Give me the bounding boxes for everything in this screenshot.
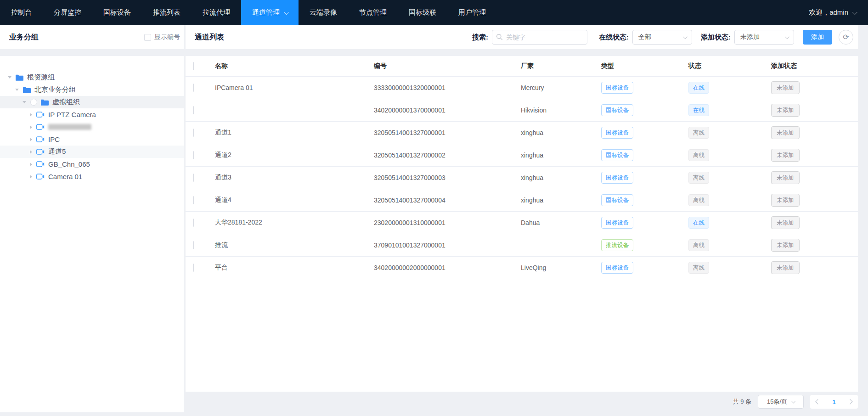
caret-right-icon[interactable] bbox=[30, 125, 32, 129]
tree-item-label: IPC bbox=[48, 135, 60, 143]
status-tag: 在线 bbox=[688, 217, 709, 229]
nav-item-4[interactable]: 拉流代理 bbox=[192, 0, 241, 25]
nav-item-7[interactable]: 节点管理 bbox=[348, 0, 398, 25]
add-status-select[interactable]: 未添加 bbox=[734, 30, 794, 45]
tree-item-0[interactable]: 根资源组 bbox=[0, 71, 184, 84]
nav-item-1[interactable]: 分屏监控 bbox=[43, 0, 92, 25]
camera-icon bbox=[36, 174, 45, 180]
show-number-checkbox[interactable] bbox=[144, 34, 151, 41]
caret-down-icon[interactable] bbox=[8, 76, 11, 79]
row-checkbox[interactable] bbox=[193, 129, 194, 137]
row-checkbox[interactable] bbox=[193, 106, 194, 114]
type-tag: 国标设备 bbox=[601, 127, 633, 139]
previous-page-button[interactable] bbox=[815, 399, 820, 404]
row-checkbox[interactable] bbox=[193, 174, 194, 182]
table-row: 推流37090101001327000001推流设备离线未添加 bbox=[186, 234, 858, 257]
row-checkbox[interactable] bbox=[193, 264, 194, 272]
nav-item-2[interactable]: 国标设备 bbox=[92, 0, 142, 25]
table-row: 34020000001370000001Hikvision国标设备在线未添加 bbox=[186, 99, 858, 122]
nav-item-3[interactable]: 推流列表 bbox=[142, 0, 192, 25]
nav-item-label: 推流列表 bbox=[153, 8, 180, 17]
cell-add-status: 未添加 bbox=[771, 126, 858, 140]
nav-item-9[interactable]: 用户管理 bbox=[447, 0, 497, 25]
tree-item-2[interactable]: 虚拟组织 bbox=[0, 96, 184, 108]
radio-circle[interactable] bbox=[30, 99, 37, 106]
folder-icon bbox=[16, 74, 23, 81]
nav-item-8[interactable]: 国标级联 bbox=[398, 0, 447, 25]
cell-name: IPCamera 01 bbox=[215, 84, 374, 91]
type-tag: 推流设备 bbox=[601, 239, 633, 252]
next-page-button[interactable] bbox=[847, 399, 852, 404]
online-status-select[interactable]: 全部 bbox=[632, 30, 692, 45]
caret-down-icon[interactable] bbox=[23, 101, 26, 103]
cell-vendor: Hikvision bbox=[521, 107, 601, 114]
cell-vendor: Dahua bbox=[521, 219, 601, 226]
tree-item-4[interactable] bbox=[0, 121, 184, 133]
cell-type: 国标设备 bbox=[601, 217, 688, 229]
refresh-button[interactable]: ⟳ bbox=[839, 30, 853, 45]
status-tag: 离线 bbox=[688, 149, 709, 162]
chevron-down-icon bbox=[284, 9, 289, 14]
tree-item-6[interactable]: 通道5 bbox=[0, 146, 184, 158]
caret-right-icon[interactable] bbox=[30, 113, 32, 117]
current-page-button[interactable]: 1 bbox=[832, 399, 835, 405]
page-title: 通道列表 bbox=[195, 33, 224, 42]
select-all-checkbox[interactable] bbox=[193, 62, 194, 70]
tree-item-5[interactable]: IPC bbox=[0, 133, 184, 146]
cell-add-status: 未添加 bbox=[771, 216, 858, 230]
row-checkbox[interactable] bbox=[193, 196, 194, 204]
nav-item-label: 云端录像 bbox=[310, 8, 337, 17]
tree-item-label: 虚拟组织 bbox=[52, 98, 80, 107]
cell-type: 国标设备 bbox=[601, 149, 688, 162]
add-status-value: 未添加 bbox=[740, 33, 760, 41]
cell-id: 34020000001370000001 bbox=[374, 107, 521, 114]
add-status-tag: 未添加 bbox=[771, 239, 800, 252]
caret-down-icon[interactable] bbox=[15, 89, 19, 91]
nav-item-label: 拉流代理 bbox=[203, 8, 230, 17]
cell-id: 32050514001327000004 bbox=[374, 197, 521, 204]
cell-add-status: 未添加 bbox=[771, 239, 858, 252]
add-button[interactable]: 添加 bbox=[803, 30, 832, 45]
online-status-label: 在线状态: bbox=[599, 33, 629, 42]
row-checkbox[interactable] bbox=[193, 151, 194, 159]
search-input[interactable] bbox=[492, 30, 587, 45]
caret-right-icon[interactable] bbox=[30, 175, 32, 179]
tree-item-1[interactable]: 北京业务分组 bbox=[0, 84, 184, 96]
nav-item-6[interactable]: 云端录像 bbox=[299, 0, 348, 25]
show-number-toggle[interactable]: 显示编号 bbox=[144, 33, 180, 41]
cell-vendor: xinghua bbox=[521, 174, 601, 181]
cell-add-status: 未添加 bbox=[771, 261, 858, 275]
cell-status: 离线 bbox=[688, 149, 771, 162]
folder-icon bbox=[41, 99, 49, 106]
cell-type: 国标设备 bbox=[601, 82, 688, 94]
user-menu[interactable]: 欢迎，admin bbox=[809, 0, 868, 25]
row-checkbox[interactable] bbox=[193, 241, 194, 249]
table-row: 平台34020000002000000001LiveQing国标设备离线未添加 bbox=[186, 257, 858, 279]
row-checkbox[interactable] bbox=[193, 219, 194, 227]
tree-item-8[interactable]: Camera 01 bbox=[0, 170, 184, 183]
tree-item-7[interactable]: GB_Chn_065 bbox=[0, 158, 184, 170]
cell-id: 32050514001327000002 bbox=[374, 152, 521, 159]
tree-item-label: 北京业务分组 bbox=[34, 85, 76, 94]
caret-right-icon[interactable] bbox=[30, 138, 32, 141]
type-tag: 国标设备 bbox=[601, 104, 633, 117]
add-status-tag: 未添加 bbox=[771, 261, 800, 275]
cell-name: 通道2 bbox=[215, 151, 374, 159]
page-size-select[interactable]: 15条/页 bbox=[758, 395, 804, 409]
tree-item-3[interactable]: IP PTZ Camera bbox=[0, 108, 184, 121]
cell-type: 推流设备 bbox=[601, 239, 688, 252]
caret-right-icon[interactable] bbox=[30, 163, 32, 166]
chevron-down-icon bbox=[791, 399, 795, 403]
cell-add-status: 未添加 bbox=[771, 104, 858, 117]
row-checkbox-cell bbox=[186, 174, 215, 181]
column-header-1: 编号 bbox=[374, 62, 521, 70]
nav-item-5[interactable]: 通道管理 bbox=[241, 0, 299, 25]
column-header-3: 类型 bbox=[601, 62, 688, 70]
row-checkbox[interactable] bbox=[193, 84, 194, 92]
caret-right-icon[interactable] bbox=[30, 150, 32, 154]
nav-item-0[interactable]: 控制台 bbox=[0, 0, 43, 25]
cell-id: 33330000001320000001 bbox=[374, 84, 521, 91]
status-tag: 在线 bbox=[688, 104, 709, 117]
cell-type: 国标设备 bbox=[601, 127, 688, 139]
redacted-label bbox=[48, 124, 91, 130]
